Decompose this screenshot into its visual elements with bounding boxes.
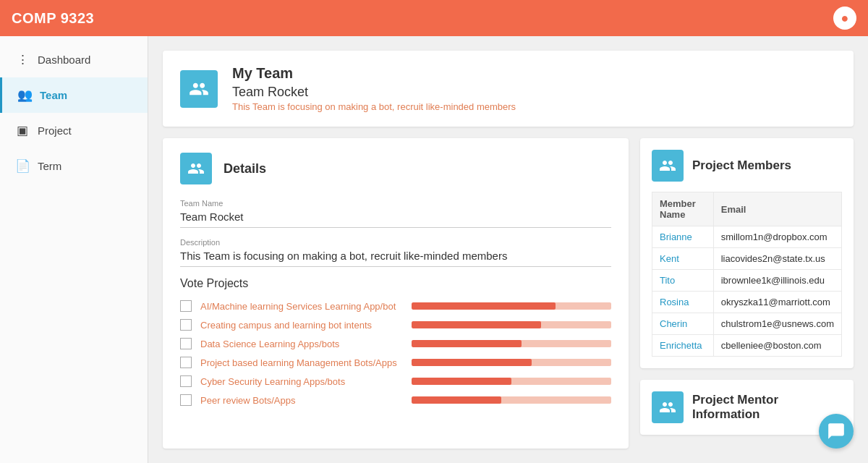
vote-item: Project based learning Management Bots/A…: [180, 357, 611, 368]
project-icon: ▣: [14, 123, 30, 138]
mentor-title: Project Mentor Information: [692, 393, 842, 422]
vote-label-0: AI/Machine learning Services Learning Ap…: [200, 301, 403, 312]
col-member-name: Member Name: [652, 192, 714, 226]
member-email-5: cbelleniee@boston.com: [713, 335, 841, 357]
members-table: Member Name Email Brianne smillom1n@drop…: [652, 192, 842, 357]
vote-bar-3: [412, 359, 532, 366]
vote-list: AI/Machine learning Services Learning Ap…: [180, 300, 611, 406]
description-label: Description: [180, 238, 611, 247]
members-header: Project Members: [652, 150, 842, 182]
table-row: Enrichetta cbelleniee@boston.com: [652, 335, 842, 357]
details-card: Details Team Name Team Rocket Descriptio…: [163, 138, 629, 449]
vote-checkbox-4[interactable]: [180, 375, 192, 387]
vote-bar-4: [412, 378, 511, 385]
vote-label-2: Data Science Learning Apps/bots: [200, 339, 403, 349]
vote-checkbox-2[interactable]: [180, 338, 192, 349]
vote-checkbox-5[interactable]: [180, 394, 192, 406]
member-link-5[interactable]: Enrichetta: [660, 340, 702, 351]
description-value: This Team is focusing on making a bot, r…: [180, 250, 611, 267]
sidebar-item-team[interactable]: 👥 Team: [0, 77, 148, 113]
member-name-0[interactable]: Brianne: [652, 226, 714, 248]
app-title: COMP 9323: [12, 10, 94, 27]
sidebar-label-term: Term: [38, 160, 61, 172]
vote-bar-container-3: [412, 359, 611, 366]
team-description: This Team is focusing on making a bot, r…: [232, 101, 516, 112]
app-body: ⋮ Dashboard 👥 Team ▣ Project 📄 Term My T…: [0, 36, 868, 463]
content-row: Details Team Name Team Rocket Descriptio…: [163, 138, 854, 449]
member-email-1: liacovides2n@state.tx.us: [713, 248, 841, 270]
vote-label-4: Cyber Security Learning Apps/bots: [200, 376, 403, 387]
sidebar-label-project: Project: [38, 124, 72, 137]
member-email-0: smillom1n@dropbox.com: [713, 226, 841, 248]
vote-bar-container-2: [412, 340, 611, 347]
vote-label-3: Project based learning Management Bots/A…: [200, 357, 403, 368]
member-email-2: ibrownlee1k@illinois.edu: [713, 270, 841, 292]
vote-checkbox-1[interactable]: [180, 319, 192, 331]
details-header: Details: [180, 153, 611, 184]
team-header-icon: [180, 70, 218, 108]
member-link-3[interactable]: Rosina: [660, 297, 689, 307]
team-name-field: Team Name Team Rocket: [180, 199, 611, 228]
sidebar: ⋮ Dashboard 👥 Team ▣ Project 📄 Term: [0, 36, 148, 463]
description-field: Description This Team is focusing on mak…: [180, 238, 611, 267]
vote-bar-0: [412, 302, 556, 310]
sidebar-item-dashboard[interactable]: ⋮ Dashboard: [0, 42, 148, 77]
vote-bar-container-1: [412, 321, 611, 328]
right-column: Project Members Member Name Email Briann…: [640, 138, 854, 449]
members-icon: [652, 150, 684, 182]
vote-item: Creating campus and learning bot intents: [180, 319, 611, 331]
member-name-3[interactable]: Rosina: [652, 292, 714, 313]
table-row: Brianne smillom1n@dropbox.com: [652, 226, 842, 248]
members-title: Project Members: [692, 158, 791, 173]
member-name-4[interactable]: Cherin: [652, 313, 714, 335]
vote-bar-5: [412, 396, 501, 404]
sidebar-item-project[interactable]: ▣ Project: [0, 113, 148, 148]
member-link-0[interactable]: Brianne: [660, 232, 692, 242]
table-row: Kent liacovides2n@state.tx.us: [652, 248, 842, 270]
table-row: Rosina okryszka11@marriott.com: [652, 292, 842, 313]
col-email: Email: [713, 192, 841, 226]
sidebar-label-dashboard: Dashboard: [38, 54, 90, 66]
details-icon: [180, 153, 212, 184]
vote-bar-container-0: [412, 302, 611, 310]
vote-item: AI/Machine learning Services Learning Ap…: [180, 300, 611, 312]
main-content: My Team Team Rocket This Team is focusin…: [148, 36, 868, 463]
vote-label-1: Creating campus and learning bot intents: [200, 320, 403, 331]
vote-label-5: Peer review Bots/Apps: [200, 395, 403, 406]
team-name-value: Team Rocket: [180, 211, 611, 228]
members-card: Project Members Member Name Email Briann…: [640, 138, 854, 368]
user-avatar[interactable]: ●: [833, 7, 856, 30]
my-team-label: My Team: [232, 65, 516, 82]
member-link-2[interactable]: Tito: [660, 275, 675, 286]
member-name-2[interactable]: Tito: [652, 270, 714, 292]
dashboard-icon: ⋮: [14, 52, 30, 67]
member-name-5[interactable]: Enrichetta: [652, 335, 714, 357]
vote-bar-container-5: [412, 396, 611, 404]
member-email-4: chulstrom1e@usnews.com: [713, 313, 841, 335]
avatar-icon: ●: [841, 11, 849, 26]
team-header-card: My Team Team Rocket This Team is focusin…: [163, 51, 854, 127]
app-header: COMP 9323 ●: [0, 0, 868, 36]
sidebar-label-team: Team: [40, 89, 67, 101]
vote-checkbox-0[interactable]: [180, 300, 192, 312]
mentor-icon: [652, 391, 684, 423]
team-icon: 👥: [17, 88, 33, 103]
team-header-text: My Team Team Rocket This Team is focusin…: [232, 65, 516, 112]
team-name-display: Team Rocket: [232, 85, 516, 100]
sidebar-item-term[interactable]: 📄 Term: [0, 148, 148, 184]
member-link-1[interactable]: Kent: [660, 253, 679, 264]
vote-bar-2: [412, 340, 522, 347]
vote-checkbox-3[interactable]: [180, 357, 192, 368]
vote-item: Data Science Learning Apps/bots: [180, 338, 611, 349]
details-title: Details: [224, 161, 266, 177]
table-row: Tito ibrownlee1k@illinois.edu: [652, 270, 842, 292]
vote-item: Peer review Bots/Apps: [180, 394, 611, 406]
member-link-4[interactable]: Cherin: [660, 318, 687, 329]
vote-section-title: Vote Projects: [180, 277, 611, 290]
members-tbody: Brianne smillom1n@dropbox.com Kent liaco…: [652, 226, 842, 357]
chat-button[interactable]: [819, 414, 854, 449]
member-email-3: okryszka11@marriott.com: [713, 292, 841, 313]
member-name-1[interactable]: Kent: [652, 248, 714, 270]
vote-bar-1: [412, 321, 541, 328]
vote-bar-container-4: [412, 378, 611, 385]
